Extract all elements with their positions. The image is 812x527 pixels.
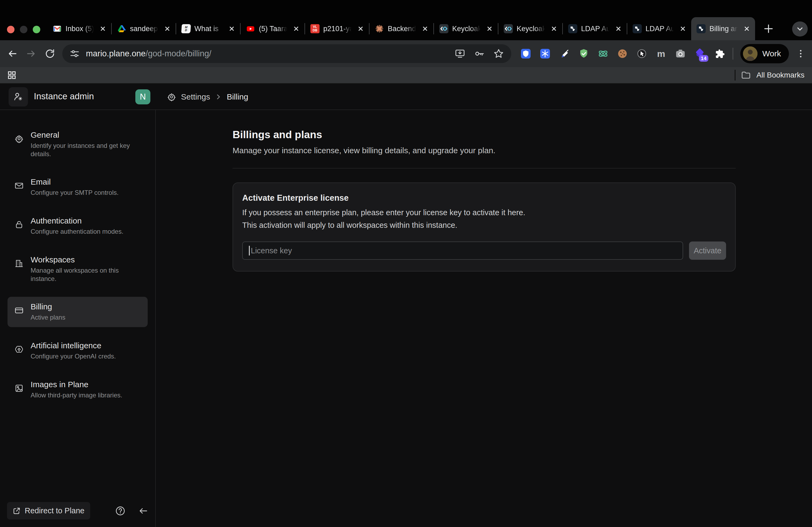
tab-drive[interactable]: sandeep bbox=[112, 17, 176, 40]
tab-title: (5) Taara bbox=[259, 25, 288, 33]
tab-vldb[interactable]: VLDB p2101-ya bbox=[305, 17, 369, 40]
tab-ldap[interactable]: LDAP Au bbox=[627, 17, 691, 40]
apps-grid-icon[interactable] bbox=[7, 70, 17, 80]
brain-cog-icon bbox=[14, 345, 24, 354]
browser-menu-icon[interactable] bbox=[795, 48, 807, 60]
tab-inbox[interactable]: Inbox (5) bbox=[47, 17, 111, 40]
page-title: Billings and plans bbox=[233, 129, 736, 140]
sidebar-item-description: Configure authentication modes. bbox=[31, 228, 124, 236]
tab-title: sandeep bbox=[130, 25, 160, 33]
app-title: Instance admin bbox=[34, 91, 94, 102]
plane-icon bbox=[697, 24, 706, 33]
gmail-icon bbox=[53, 24, 62, 33]
address-bar[interactable]: mario.plane.one/god-mode/billing/ bbox=[62, 44, 511, 63]
zoom-window-button[interactable] bbox=[33, 26, 40, 33]
extensions-row: m 14 bbox=[520, 48, 724, 59]
page-subtitle: Manage your instance license, view billi… bbox=[233, 146, 736, 155]
tab-backend[interactable]: Backend bbox=[369, 17, 433, 40]
tab-close-icon[interactable] bbox=[550, 25, 558, 33]
breadcrumb-settings[interactable]: Settings bbox=[181, 92, 210, 102]
tab-close-icon[interactable] bbox=[485, 25, 494, 33]
user-avatar[interactable]: N bbox=[135, 89, 150, 104]
install-app-icon[interactable] bbox=[454, 48, 466, 59]
app-header: Instance admin N Settings Billing bbox=[0, 84, 812, 110]
breadcrumb-billing: Billing bbox=[227, 92, 248, 102]
tab-close-icon[interactable] bbox=[163, 25, 171, 33]
url-host: mario.plane.one bbox=[86, 49, 146, 58]
cursor-extension-icon[interactable] bbox=[636, 48, 647, 59]
sidebar-item-label: Authentication bbox=[31, 216, 124, 225]
extensions-puzzle-icon[interactable] bbox=[714, 48, 724, 59]
password-key-icon[interactable] bbox=[474, 48, 485, 59]
sidebar-item-label: Email bbox=[31, 177, 119, 186]
traffic-lights bbox=[7, 26, 40, 33]
settings-gear-icon bbox=[167, 92, 176, 102]
profile-name: Work bbox=[762, 49, 781, 58]
sidebar-item-authentication[interactable]: Authentication Configure authentication … bbox=[8, 211, 148, 241]
sidebar-item-label: Artificial intelligence bbox=[31, 341, 116, 350]
tab-keycloak[interactable]: Keycloak bbox=[498, 17, 562, 40]
tab-close-icon[interactable] bbox=[743, 25, 751, 33]
tab-close-icon[interactable] bbox=[292, 25, 300, 33]
md-book-icon: MD bbox=[181, 24, 191, 33]
close-window-button[interactable] bbox=[7, 26, 14, 33]
tab-close-icon[interactable] bbox=[679, 25, 687, 33]
bookmark-star-icon[interactable] bbox=[493, 48, 504, 59]
url-path: /god-mode/billing/ bbox=[146, 49, 211, 58]
redirect-to-plane-button[interactable]: Redirect to Plane bbox=[7, 502, 90, 520]
sidebar-item-workspaces[interactable]: Workspaces Manage all workspaces on this… bbox=[8, 250, 148, 288]
new-tab-button[interactable] bbox=[762, 22, 775, 35]
breadcrumb: Settings Billing bbox=[167, 84, 248, 110]
tab-close-icon[interactable] bbox=[421, 25, 429, 33]
purple-extension-icon[interactable]: 14 bbox=[694, 48, 705, 59]
shield-extension-icon[interactable] bbox=[520, 48, 531, 59]
reload-button[interactable] bbox=[44, 47, 56, 60]
tab-close-icon[interactable] bbox=[99, 25, 107, 33]
instance-admin-icon bbox=[9, 87, 28, 107]
tab-title: LDAP Au bbox=[646, 25, 675, 33]
m-letter-extension-icon[interactable]: m bbox=[656, 48, 666, 59]
sidebar-item-description: Active plans bbox=[31, 313, 65, 322]
tab-ldap[interactable]: LDAP Au bbox=[563, 17, 627, 40]
folder-icon bbox=[741, 70, 751, 80]
cookie-extension-icon[interactable] bbox=[617, 48, 628, 59]
tab-strip: Inbox (5) sandeep MD What is (5) bbox=[47, 17, 775, 40]
site-info-icon[interactable] bbox=[69, 48, 80, 59]
minimize-window-button[interactable] bbox=[20, 26, 27, 33]
atom-extension-icon[interactable] bbox=[598, 48, 608, 59]
keycloak-icon bbox=[439, 24, 448, 33]
youtube-icon bbox=[246, 24, 255, 33]
sidebar-item-artificial-intelligence[interactable]: Artificial intelligence Configure your O… bbox=[8, 336, 148, 366]
green-shield-extension-icon[interactable] bbox=[578, 48, 589, 59]
sidebar-item-label: Images in Plane bbox=[31, 380, 122, 389]
sidebar-item-label: Workspaces bbox=[31, 255, 130, 264]
forward-button[interactable] bbox=[25, 47, 38, 60]
tab-article[interactable]: MD What is bbox=[176, 17, 240, 40]
activate-button[interactable]: Activate bbox=[689, 241, 726, 260]
tab-keycloak[interactable]: Keycloak bbox=[434, 17, 498, 40]
sidebar-item-billing[interactable]: Billing Active plans bbox=[8, 297, 148, 327]
license-key-input[interactable] bbox=[242, 241, 683, 260]
tab-youtube[interactable]: (5) Taara bbox=[241, 17, 305, 40]
help-icon[interactable] bbox=[115, 506, 126, 516]
pen-extension-icon[interactable] bbox=[559, 48, 570, 59]
tab-close-icon[interactable] bbox=[228, 25, 236, 33]
tab-close-icon[interactable] bbox=[357, 25, 365, 33]
card-line-2: This activation will apply to all worksp… bbox=[242, 221, 726, 230]
profile-chip[interactable]: Work bbox=[740, 44, 789, 63]
sidebar-item-description: Manage all workspaces on this instance. bbox=[31, 267, 130, 283]
sidebar-item-images[interactable]: Images in Plane Allow third-party image … bbox=[8, 375, 148, 405]
collapse-sidebar-arrow-icon[interactable] bbox=[137, 505, 149, 516]
tab-close-icon[interactable] bbox=[614, 25, 622, 33]
back-button[interactable] bbox=[6, 47, 19, 60]
lock-icon bbox=[14, 220, 24, 229]
snowflake-extension-icon[interactable] bbox=[540, 48, 550, 59]
sidebar-item-email[interactable]: Email Configure your SMTP controls. bbox=[8, 172, 148, 202]
sidebar-item-general[interactable]: General Identify your instances and get … bbox=[8, 125, 148, 163]
camera-extension-icon[interactable] bbox=[675, 48, 686, 59]
browser-toolbar: mario.plane.one/god-mode/billing/ bbox=[0, 40, 812, 67]
tab-billing-active[interactable]: Billing an bbox=[691, 17, 755, 40]
all-bookmarks-button[interactable]: All Bookmarks bbox=[756, 71, 804, 79]
browser-window-top: Inbox (5) sandeep MD What is (5) bbox=[0, 0, 812, 40]
tab-search-chevron[interactable] bbox=[792, 21, 808, 36]
